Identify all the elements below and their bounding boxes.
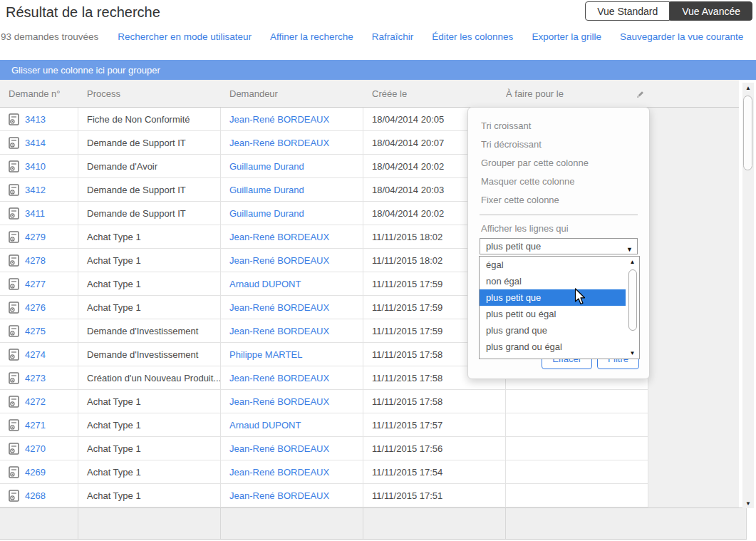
view-toggle: Vue Standard Vue Avancée <box>585 1 752 21</box>
view-standard-button[interactable]: Vue Standard <box>585 1 670 21</box>
column-header-1[interactable]: Process <box>78 88 221 99</box>
scrollbar-thumb[interactable] <box>743 96 752 170</box>
requester-link[interactable]: Arnaud DUPONT <box>229 279 301 289</box>
form-document-gear-icon <box>9 302 19 314</box>
operator-option-4[interactable]: plus grand que <box>480 322 626 339</box>
requester-link[interactable]: Jean-René BORDEAUX <box>229 490 329 501</box>
request-id-link[interactable]: 3410 <box>25 161 46 172</box>
request-id-link[interactable]: 3412 <box>25 185 46 195</box>
cell-requester: Jean-René BORDEAUX <box>221 296 363 319</box>
menu-item-0[interactable]: Tri croissant <box>468 117 649 135</box>
table-row: 4269Achat Type 1Jean-René BORDEAUX11/11/… <box>0 460 648 484</box>
cell-request-id: 4268 <box>0 484 78 507</box>
scroll-up-arrow-icon[interactable]: ▲ <box>742 83 754 93</box>
request-id-link[interactable]: 3414 <box>25 138 46 148</box>
request-id-link[interactable]: 4276 <box>25 302 46 313</box>
filter-operator-value: plus petit que <box>486 241 541 252</box>
operator-option-2[interactable]: plus petit que <box>480 289 626 306</box>
requester-link[interactable]: Philippe MARTEL <box>229 349 302 360</box>
column-header-2[interactable]: Demandeur <box>221 88 363 99</box>
toolbar-link-0[interactable]: Rechercher en mode utilisateur <box>118 31 252 42</box>
scroll-down-arrow-icon[interactable]: ▼ <box>742 498 754 508</box>
table-row: 4270Achat Type 1Jean-René BORDEAUX11/11/… <box>0 437 648 460</box>
requester-link[interactable]: Jean-René BORDEAUX <box>229 467 329 478</box>
form-document-gear-icon <box>9 231 19 243</box>
column-header-4[interactable]: À faire pour le <box>506 88 648 99</box>
requester-link[interactable]: Jean-René BORDEAUX <box>229 232 329 242</box>
request-id-link[interactable]: 4273 <box>25 373 46 383</box>
form-document-gear-icon <box>9 137 19 149</box>
requester-link[interactable]: Jean-René BORDEAUX <box>229 302 329 313</box>
operator-option-1[interactable]: non égal <box>480 273 626 289</box>
footer-cell <box>363 508 506 539</box>
cell-process: Achat Type 1 <box>78 413 221 436</box>
operator-option-5[interactable]: plus grand ou égal <box>480 339 626 355</box>
cell-process: Fiche de Non Conformité <box>78 108 221 130</box>
operator-dropdown-list: égalnon égalplus petit queplus petit ou … <box>479 256 640 359</box>
cell-request-id: 4276 <box>0 296 78 319</box>
dropdown-scroll-down-icon[interactable]: ▼ <box>626 349 638 358</box>
column-header-0[interactable]: Demande n° <box>0 88 78 99</box>
request-id-link[interactable]: 4271 <box>25 420 46 431</box>
toolbar-link-5[interactable]: Sauvegarder la vue courante <box>620 31 743 42</box>
operator-option-6[interactable]: nul <box>480 355 626 359</box>
request-id-link[interactable]: 4278 <box>25 255 46 266</box>
request-id-link[interactable]: 4268 <box>25 490 46 501</box>
view-advanced-button[interactable]: Vue Avancée <box>670 1 752 21</box>
requester-link[interactable]: Jean-René BORDEAUX <box>229 326 329 336</box>
request-id-link[interactable]: 4275 <box>25 326 46 336</box>
cell-requester: Jean-René BORDEAUX <box>221 460 363 483</box>
menu-item-2[interactable]: Grouper par cette colonne <box>468 154 649 172</box>
requester-link[interactable]: Jean-René BORDEAUX <box>229 443 329 454</box>
requester-link[interactable]: Jean-René BORDEAUX <box>229 138 329 148</box>
request-id-link[interactable]: 3413 <box>25 114 46 125</box>
requester-link[interactable]: Jean-René BORDEAUX <box>229 255 329 266</box>
cell-created: 11/11/2015 17:51 <box>363 484 506 507</box>
requester-link[interactable]: Guillaume Durand <box>229 161 304 172</box>
cell-requester: Philippe MARTEL <box>221 343 363 366</box>
toolbar-link-4[interactable]: Exporter la grille <box>532 31 601 42</box>
toolbar-link-1[interactable]: Affiner la recherche <box>270 31 353 42</box>
requester-link[interactable]: Guillaume Durand <box>229 208 304 219</box>
filter-operator-select[interactable]: plus petit que ▼ <box>480 238 638 254</box>
cell-created: 11/11/2015 17:54 <box>363 460 506 483</box>
cell-created: 11/11/2015 17:56 <box>363 437 506 460</box>
dropdown-scrollbar-thumb[interactable] <box>628 269 637 331</box>
column-menu-pencil-icon[interactable] <box>635 89 645 99</box>
request-id-link[interactable]: 4277 <box>25 279 46 289</box>
request-id-link[interactable]: 4279 <box>25 232 46 242</box>
toolbar-link-2[interactable]: Rafraîchir <box>372 31 414 42</box>
requester-link[interactable]: Jean-René BORDEAUX <box>229 396 329 407</box>
cell-request-id: 4275 <box>0 319 78 342</box>
table-empty-area <box>648 108 739 507</box>
requester-link[interactable]: Jean-René BORDEAUX <box>229 373 329 383</box>
cell-request-id: 4272 <box>0 390 78 413</box>
requester-link[interactable]: Arnaud DUPONT <box>229 420 301 431</box>
cell-request-id: 3412 <box>0 178 78 201</box>
request-id-link[interactable]: 4269 <box>25 467 46 478</box>
operator-option-3[interactable]: plus petit ou égal <box>480 306 626 322</box>
group-drop-zone[interactable]: Glisser une colonne ici pour grouper <box>0 60 756 80</box>
request-id-link[interactable]: 3411 <box>25 208 45 219</box>
cell-created: 11/11/2015 17:57 <box>363 413 506 436</box>
form-document-gear-icon <box>9 490 19 502</box>
vertical-scrollbar[interactable]: ▲ ▼ <box>742 83 754 508</box>
menu-item-1[interactable]: Tri décroissant <box>468 135 649 154</box>
dropdown-scrollbar[interactable]: ▲ ▼ <box>626 257 638 358</box>
cell-created: 11/11/2015 17:58 <box>363 390 506 413</box>
footer-cell <box>221 508 363 539</box>
request-id-link[interactable]: 4270 <box>25 443 46 454</box>
menu-item-3[interactable]: Masquer cette colonne <box>468 172 649 191</box>
operator-option-0[interactable]: égal <box>480 257 626 273</box>
request-id-link[interactable]: 4272 <box>25 396 46 407</box>
column-header-3[interactable]: Créée le <box>363 88 506 99</box>
requester-link[interactable]: Jean-René BORDEAUX <box>229 114 329 125</box>
requester-link[interactable]: Guillaume Durand <box>229 185 304 195</box>
menu-item-4[interactable]: Fixer cette colonne <box>468 191 649 210</box>
chevron-down-icon: ▼ <box>626 242 633 257</box>
request-id-link[interactable]: 4274 <box>25 349 46 360</box>
toolbar-link-3[interactable]: Éditer les colonnes <box>432 31 513 42</box>
cell-requester: Jean-René BORDEAUX <box>221 366 363 389</box>
dropdown-scroll-up-icon[interactable]: ▲ <box>626 257 638 267</box>
cell-process: Demande de Support IT <box>78 178 221 201</box>
